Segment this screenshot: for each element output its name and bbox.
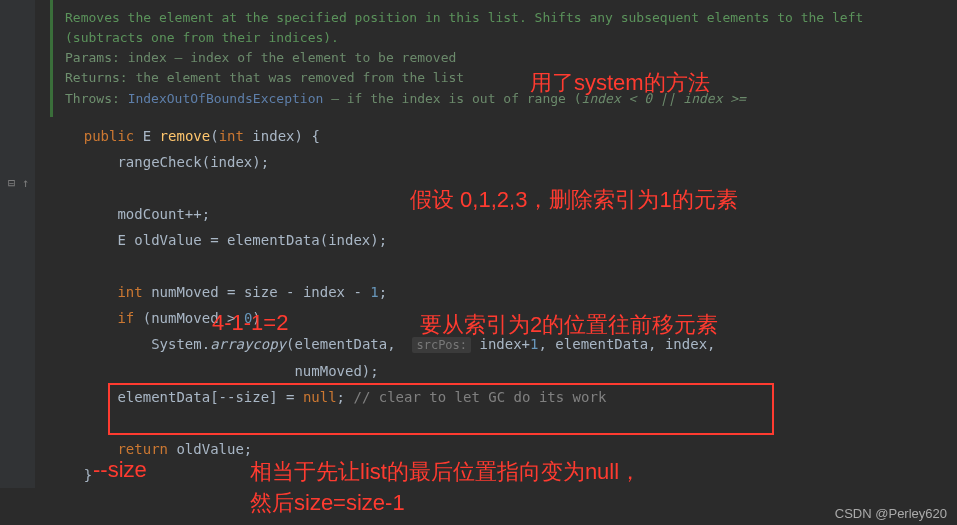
code-line: int numMoved = size - index - 1;	[50, 279, 957, 305]
javadoc-returns-label: Returns:	[65, 70, 128, 85]
javadoc-returns-text: the element that was removed from the li…	[135, 70, 464, 85]
code-line	[50, 253, 957, 279]
param-hint: srcPos:	[412, 337, 471, 353]
collapse-icon[interactable]: ⊟	[8, 176, 15, 190]
code-line	[50, 175, 957, 201]
code-line: return oldValue;	[50, 436, 957, 462]
javadoc-params-text: index – index of the element to be remov…	[128, 50, 457, 65]
watermark: CSDN @Perley620	[835, 506, 947, 521]
code-line: if (numMoved > 0)	[50, 305, 957, 331]
javadoc-throws-code: index < 0 || index >=	[582, 91, 746, 106]
javadoc-params-label: Params:	[65, 50, 120, 65]
editor-gutter: ⊟ ↑	[0, 0, 35, 488]
code-line: numMoved);	[50, 358, 957, 384]
code-line	[50, 410, 957, 436]
annotation-null-b: 然后size=size-1	[250, 488, 405, 518]
javadoc-summary: Removes the element at the specified pos…	[65, 8, 945, 48]
code-line: public E remove(int index) {	[50, 123, 957, 149]
javadoc-throws-link[interactable]: IndexOutOfBoundsException	[128, 91, 324, 106]
code-line: modCount++;	[50, 201, 957, 227]
code-line: elementData[--size] = null; // clear to …	[50, 384, 957, 410]
javadoc-block: Removes the element at the specified pos…	[50, 0, 957, 117]
override-icon[interactable]: ↑	[22, 176, 29, 190]
javadoc-throws-text: – if the index is out of range (	[331, 91, 581, 106]
javadoc-throws-label: Throws:	[65, 91, 120, 106]
code-line: E oldValue = elementData(index);	[50, 227, 957, 253]
code-line: System.arraycopy(elementData, srcPos: in…	[50, 331, 957, 358]
code-block[interactable]: public E remove(int index) { rangeCheck(…	[50, 117, 957, 488]
code-line: rangeCheck(index);	[50, 149, 957, 175]
code-line: }	[50, 462, 957, 488]
